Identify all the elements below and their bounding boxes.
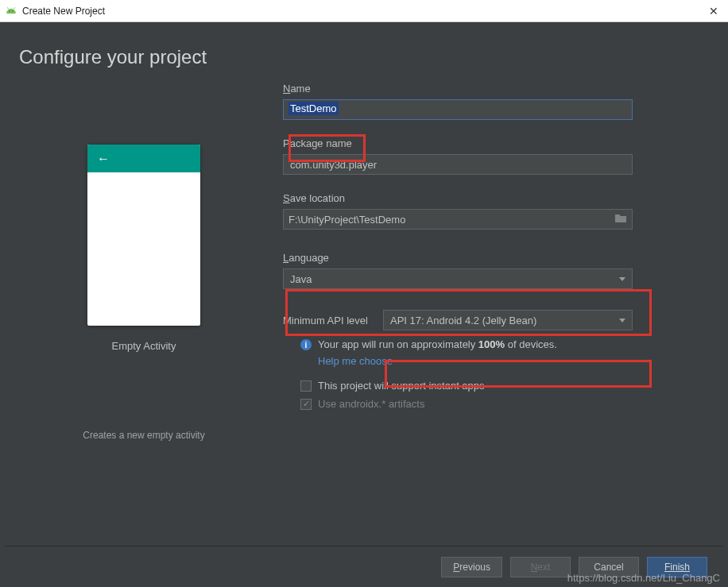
page-title: Configure your project [5, 22, 723, 68]
instant-apps-label: This project will support instant apps [318, 380, 485, 392]
chevron-down-icon [619, 319, 625, 322]
window-titlebar: Create New Project ✕ [0, 0, 728, 22]
phone-preview: ← [87, 145, 200, 326]
package-label: Package name [283, 137, 699, 149]
finish-button[interactable]: Finish [647, 557, 707, 577]
close-icon[interactable]: ✕ [704, 5, 723, 17]
svg-point-1 [12, 10, 13, 11]
window-title: Create New Project [22, 6, 704, 17]
name-label: Name [283, 83, 699, 95]
phone-appbar: ← [87, 145, 200, 172]
info-icon: i [300, 339, 312, 350]
language-select[interactable]: Java [283, 268, 633, 289]
location-label: Save location [283, 192, 699, 204]
next-button: Next [510, 557, 571, 577]
dialog-footer: Previous Next Cancel Finish [5, 546, 723, 587]
name-input[interactable]: TestDemo [283, 99, 633, 120]
package-input[interactable] [283, 154, 633, 175]
activity-name-label: Empty Activity [112, 340, 176, 352]
api-value: API 17: Android 4.2 (Jelly Bean) [390, 315, 619, 326]
chevron-down-icon [619, 277, 625, 281]
folder-icon[interactable] [614, 212, 627, 226]
androidx-label: Use androidx.* artifacts [318, 398, 424, 410]
svg-point-0 [9, 10, 10, 11]
language-value: Java [290, 273, 619, 285]
android-icon [5, 6, 17, 16]
coverage-info: i Your app will run on approximately 100… [300, 338, 699, 350]
api-label: Minimum API level [283, 315, 383, 326]
cancel-button[interactable]: Cancel [579, 557, 639, 577]
previous-button[interactable]: Previous [441, 557, 502, 577]
activity-description: Creates a new empty activity [83, 430, 204, 441]
name-input-value: TestDemo [288, 102, 339, 115]
location-value: F:\UnityProject\TestDemo [288, 214, 614, 226]
location-input[interactable]: F:\UnityProject\TestDemo [283, 209, 633, 230]
preview-column: ← Empty Activity Creates a new empty act… [5, 83, 283, 441]
arrow-back-icon: ← [97, 152, 110, 166]
api-select[interactable]: API 17: Android 4.2 (Jelly Bean) [383, 310, 633, 330]
androidx-checkbox [300, 399, 312, 410]
language-label: Language [283, 252, 699, 264]
help-me-choose-link[interactable]: Help me choose [318, 355, 699, 367]
instant-apps-checkbox[interactable] [300, 380, 312, 392]
